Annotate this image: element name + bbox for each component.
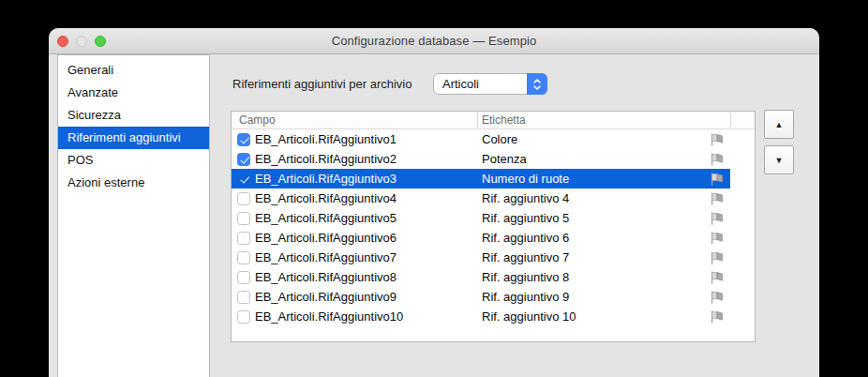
flag-icon [710,251,725,264]
up-arrow-icon: ▲ [775,120,784,129]
sidebar-item-avanzate[interactable]: Avanzate [58,82,209,104]
campo-cell: EB_Articoli.RifAggiuntivo10 [237,309,477,324]
row-checkbox[interactable] [237,133,250,146]
campo-label: EB_Articoli.RifAggiuntivo7 [255,250,397,264]
flag-icon-box [710,153,725,166]
config-database-window: Configurazione database — Esempio Genera… [49,28,819,377]
archive-select[interactable]: Articoli [433,73,547,95]
etichetta-label: Potenza [477,152,710,166]
campo-cell: EB_Articoli.RifAggiuntivo9 [237,290,477,304]
campo-cell: EB_Articoli.RifAggiuntivo5 [237,211,477,225]
etichetta-label: Rif. aggiuntivo 9 [477,290,710,304]
flag-icon-box [710,291,725,304]
flag-icon [710,192,725,205]
chevron-up-down-icon [527,73,547,95]
table-row[interactable]: EB_Articoli.RifAggiuntivo3Numero di ruot… [232,169,730,188]
close-button-icon[interactable] [57,36,68,47]
titlebar[interactable]: Configurazione database — Esempio [49,28,819,54]
flag-icon-box [710,232,725,245]
campo-label: EB_Articoli.RifAggiuntivo2 [255,152,397,166]
flag-icon [710,271,725,284]
campo-cell: EB_Articoli.RifAggiuntivo6 [237,231,477,245]
campo-cell: EB_Articoli.RifAggiuntivo3 [237,172,477,186]
sidebar: GeneraliAvanzateSicurezzaRiferimenti agg… [57,54,210,377]
etichetta-label: Rif. aggiuntivo 8 [477,270,710,284]
row-checkbox[interactable] [237,192,250,205]
flag-icon [710,212,725,225]
move-down-button[interactable]: ▼ [764,145,794,174]
sidebar-item-azioni-esterne[interactable]: Azioni esterne [58,172,209,194]
archive-label: Riferimenti aggiuntivi per archivio [232,73,412,95]
campo-label: EB_Articoli.RifAggiuntivo4 [255,191,397,205]
row-checkbox[interactable] [237,271,250,284]
flag-icon [710,232,725,245]
campo-label: EB_Articoli.RifAggiuntivo5 [255,211,397,225]
flag-icon-box [710,310,725,324]
campo-label: EB_Articoli.RifAggiuntivo3 [255,172,397,186]
campo-label: EB_Articoli.RifAggiuntivo8 [255,270,397,284]
sidebar-item-riferimenti-aggiuntivi[interactable]: Riferimenti aggiuntivi [58,127,209,149]
campo-label: EB_Articoli.RifAggiuntivo9 [255,290,397,304]
zoom-button-icon[interactable] [95,36,106,47]
table-rows: EB_Articoli.RifAggiuntivo1ColoreEB_Artic… [232,129,755,326]
flag-icon-box [710,173,725,186]
campo-label: EB_Articoli.RifAggiuntivo10 [255,309,403,324]
sidebar-item-pos[interactable]: POS [58,149,209,172]
table-row[interactable]: EB_Articoli.RifAggiuntivo10Rif. aggiunti… [232,307,730,326]
campo-cell: EB_Articoli.RifAggiuntivo7 [237,250,477,264]
flag-icon-box [710,192,725,205]
campo-label: EB_Articoli.RifAggiuntivo6 [255,231,397,245]
sidebar-item-sicurezza[interactable]: Sicurezza [58,104,209,127]
column-separator[interactable] [477,113,478,127]
row-checkbox[interactable] [237,251,250,264]
column-header-campo[interactable]: Campo [239,112,276,128]
column-separator[interactable] [730,113,731,127]
move-up-button[interactable]: ▲ [764,110,794,139]
etichetta-label: Rif. aggiuntivo 6 [477,231,710,245]
table-row[interactable]: EB_Articoli.RifAggiuntivo4Rif. aggiuntiv… [232,188,730,208]
campo-cell: EB_Articoli.RifAggiuntivo8 [237,270,477,284]
etichetta-label: Rif. aggiuntivo 7 [477,250,710,264]
flag-icon [710,133,725,146]
campo-cell: EB_Articoli.RifAggiuntivo4 [237,191,477,205]
down-arrow-icon: ▼ [775,156,784,165]
row-checkbox[interactable] [237,173,250,186]
etichetta-label: Rif. aggiuntivo 5 [477,211,710,225]
window-title: Configurazione database — Esempio [49,28,819,53]
flag-icon-box [710,212,725,225]
campo-label: EB_Articoli.RifAggiuntivo1 [255,132,397,146]
flag-icon [710,310,725,324]
row-checkbox[interactable] [237,291,250,304]
etichetta-label: Colore [477,132,710,146]
flag-icon-box [710,271,725,284]
etichetta-label: Rif. aggiuntivo 10 [477,309,710,324]
table-row[interactable]: EB_Articoli.RifAggiuntivo1Colore [232,129,730,149]
table-row[interactable]: EB_Articoli.RifAggiuntivo5Rif. aggiuntiv… [232,208,730,228]
minimize-button-icon[interactable] [76,36,87,47]
traffic-lights [57,36,106,47]
table-row[interactable]: EB_Articoli.RifAggiuntivo8Rif. aggiuntiv… [232,267,730,287]
flag-icon [710,173,725,186]
row-checkbox[interactable] [237,232,250,245]
sidebar-item-generali[interactable]: Generali [58,59,209,82]
row-checkbox[interactable] [237,212,250,225]
table-header: Campo Etichetta [232,112,755,129]
campo-cell: EB_Articoli.RifAggiuntivo1 [237,132,477,146]
archive-select-value: Articoli [442,74,479,94]
flag-icon [710,153,725,166]
flag-icon-box [710,251,725,264]
table-row[interactable]: EB_Articoli.RifAggiuntivo6Rif. aggiuntiv… [232,228,730,248]
etichetta-label: Rif. aggiuntivo 4 [477,191,710,205]
campo-cell: EB_Articoli.RifAggiuntivo2 [237,152,477,166]
flag-icon [710,291,725,304]
table-row[interactable]: EB_Articoli.RifAggiuntivo9Rif. aggiuntiv… [232,287,730,307]
table-row[interactable]: EB_Articoli.RifAggiuntivo7Rif. aggiuntiv… [232,248,730,267]
etichetta-label: Numero di ruote [477,172,710,186]
column-header-etichetta[interactable]: Etichetta [482,112,526,128]
row-checkbox[interactable] [237,153,250,166]
table-row[interactable]: EB_Articoli.RifAggiuntivo2Potenza [232,149,730,169]
row-checkbox[interactable] [237,310,250,324]
flag-icon-box [710,133,725,146]
references-table: Campo Etichetta EB_Articoli.RifAggiuntiv… [231,111,756,342]
